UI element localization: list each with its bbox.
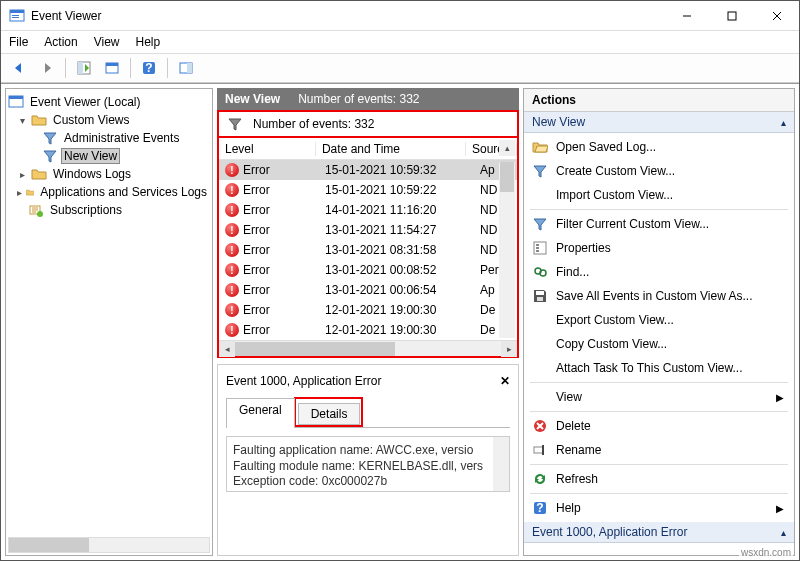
action-help[interactable]: ?Help▶	[524, 496, 794, 520]
filter-count: Number of events: 332	[253, 117, 374, 131]
actions-section-event[interactable]: Event 1000, Application Error▴	[524, 522, 794, 543]
tree-subscriptions[interactable]: Subscriptions	[8, 201, 210, 219]
minimize-button[interactable]	[664, 1, 709, 30]
table-row[interactable]: !Error13-01-2021 00:08:52Per	[219, 260, 517, 280]
detail-close-icon[interactable]: ✕	[500, 374, 510, 388]
menu-action[interactable]: Action	[44, 35, 77, 49]
tree-windows-logs[interactable]: ▸ Windows Logs	[8, 165, 210, 183]
close-button[interactable]	[754, 1, 799, 30]
refresh-icon	[532, 471, 548, 487]
svg-rect-21	[536, 244, 539, 246]
svg-rect-1	[10, 10, 24, 13]
tree-scrollbar[interactable]	[8, 537, 210, 553]
menu-view[interactable]: View	[94, 35, 120, 49]
error-icon: !	[225, 203, 239, 217]
action-copy-custom-view[interactable]: Copy Custom View...	[524, 332, 794, 356]
tree-new-view[interactable]: New View	[8, 147, 210, 165]
tab-general[interactable]: General	[226, 398, 295, 428]
back-button[interactable]	[7, 56, 31, 80]
watermark: wsxdn.com	[739, 547, 793, 558]
detail-text[interactable]: Faulting application name: AWCC.exe, ver…	[226, 436, 510, 492]
action-open-saved-log[interactable]: Open Saved Log...	[524, 135, 794, 159]
grid-h-scrollbar[interactable]: ◂▸	[219, 340, 517, 356]
action-properties[interactable]: Properties	[524, 236, 794, 260]
action-find[interactable]: Find...	[524, 260, 794, 284]
action-create-custom-view[interactable]: Create Custom View...	[524, 159, 794, 183]
svg-rect-15	[187, 63, 192, 73]
chevron-up-icon: ▴	[781, 117, 786, 128]
svg-text:?: ?	[145, 61, 152, 75]
view-name: New View	[225, 92, 280, 106]
tree-root[interactable]: Event Viewer (Local)	[8, 93, 210, 111]
tree-admin-events[interactable]: Administrative Events	[8, 129, 210, 147]
svg-rect-17	[9, 96, 23, 99]
title-bar: Event Viewer	[1, 1, 799, 31]
svg-rect-9	[78, 62, 83, 74]
svg-point-19	[37, 211, 43, 217]
filter-icon	[532, 163, 548, 179]
toolbar: ?	[1, 53, 799, 83]
action-pane-button[interactable]	[174, 56, 198, 80]
error-icon: !	[225, 323, 239, 337]
actions-header: Actions	[524, 89, 794, 112]
table-row[interactable]: !Error13-01-2021 11:54:27ND	[219, 220, 517, 240]
table-row[interactable]: !Error15-01-2021 10:59:22ND	[219, 180, 517, 200]
action-export-custom-view[interactable]: Export Custom View...	[524, 308, 794, 332]
filter-bar: Number of events: 332	[217, 110, 519, 136]
action-refresh[interactable]: Refresh	[524, 467, 794, 491]
table-row[interactable]: !Error12-01-2021 19:00:30De	[219, 300, 517, 320]
error-icon: !	[225, 283, 239, 297]
action-view-submenu[interactable]: View▶	[524, 385, 794, 409]
svg-rect-20	[534, 242, 546, 254]
col-level[interactable]: Level	[219, 142, 316, 156]
app-icon	[9, 8, 25, 24]
grid-header: Level Date and Time Source	[219, 138, 517, 160]
help-button-toolbar[interactable]: ?	[137, 56, 161, 80]
subscriptions-icon	[28, 202, 44, 218]
action-rename[interactable]: Rename	[524, 438, 794, 462]
action-save-all-events[interactable]: Save All Events in Custom View As...	[524, 284, 794, 308]
svg-rect-22	[536, 247, 539, 249]
svg-rect-2	[12, 15, 19, 16]
find-icon	[532, 264, 548, 280]
action-import-custom-view[interactable]: Import Custom View...	[524, 183, 794, 207]
forward-button[interactable]	[35, 56, 59, 80]
table-row[interactable]: !Error13-01-2021 00:06:54Ap	[219, 280, 517, 300]
action-filter-current-view[interactable]: Filter Current Custom View...	[524, 212, 794, 236]
caret-down-icon[interactable]: ▾	[16, 115, 28, 126]
menu-help[interactable]: Help	[136, 35, 161, 49]
tree-app-services[interactable]: ▸ Applications and Services Logs	[8, 183, 210, 201]
event-viewer-icon	[8, 94, 24, 110]
caret-right-icon[interactable]: ▸	[16, 169, 28, 180]
detail-scrollbar[interactable]	[493, 437, 509, 491]
table-row[interactable]: !Error13-01-2021 08:31:58ND	[219, 240, 517, 260]
grid-v-scrollbar[interactable]: ▴	[499, 162, 515, 338]
caret-right-icon[interactable]: ▸	[16, 187, 23, 198]
table-row[interactable]: !Error14-01-2021 11:16:20ND	[219, 200, 517, 220]
show-hide-tree-button[interactable]	[72, 56, 96, 80]
svg-rect-5	[728, 12, 736, 20]
filter-icon	[227, 116, 243, 132]
tree-custom-views[interactable]: ▾ Custom Views	[8, 111, 210, 129]
tree-pane: Event Viewer (Local) ▾ Custom Views Admi…	[5, 88, 213, 556]
error-icon: !	[225, 263, 239, 277]
event-detail-pane: Event 1000, Application Error ✕ General …	[217, 364, 519, 556]
action-attach-task[interactable]: Attach Task To This Custom View...	[524, 356, 794, 380]
properties-button[interactable]	[100, 56, 124, 80]
svg-text:?: ?	[536, 501, 543, 515]
tab-details[interactable]: Details	[298, 403, 361, 425]
save-icon	[532, 288, 548, 304]
maximize-button[interactable]	[709, 1, 754, 30]
action-delete[interactable]: Delete	[524, 414, 794, 438]
col-datetime[interactable]: Date and Time	[316, 142, 466, 156]
folder-icon	[31, 112, 47, 128]
error-icon: !	[225, 183, 239, 197]
actions-section-new-view[interactable]: New View▴	[524, 112, 794, 133]
table-row[interactable]: !Error12-01-2021 19:00:30De	[219, 320, 517, 340]
svg-rect-27	[537, 297, 543, 301]
table-row[interactable]: !Error15-01-2021 10:59:32Ap	[219, 160, 517, 180]
events-pane: New View Number of events: 332 Number of…	[217, 88, 519, 556]
menu-file[interactable]: File	[9, 35, 28, 49]
filter-icon	[42, 130, 58, 146]
window-title: Event Viewer	[31, 9, 664, 23]
